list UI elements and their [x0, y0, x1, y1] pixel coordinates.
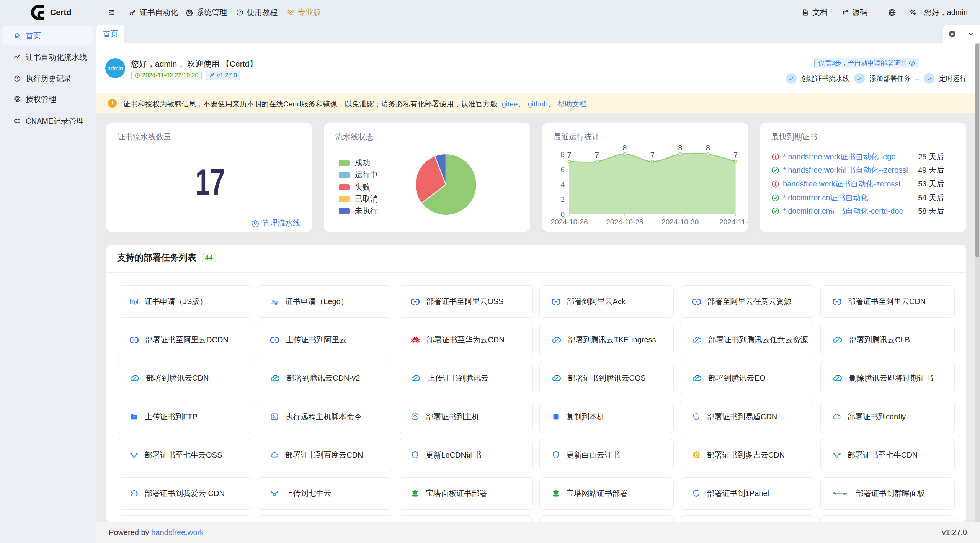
svg-text:2024-10-28: 2024-10-28 — [606, 218, 643, 226]
svg-text:8: 8 — [678, 144, 682, 152]
svg-text:8: 8 — [706, 144, 710, 152]
svg-text:4: 4 — [560, 180, 565, 188]
svg-text:2: 2 — [560, 195, 565, 203]
svg-text:0: 0 — [560, 210, 565, 218]
svg-text:2024-11-1: 2024-11-1 — [719, 218, 748, 226]
svg-text:7: 7 — [650, 151, 655, 159]
svg-text:7: 7 — [595, 151, 599, 159]
svg-text:6: 6 — [560, 165, 565, 173]
svg-text:8: 8 — [622, 144, 627, 152]
svg-text:2024-10-26: 2024-10-26 — [550, 218, 588, 226]
svg-text:2024-10-30: 2024-10-30 — [662, 218, 699, 226]
svg-text:8: 8 — [560, 150, 565, 159]
svg-text:7: 7 — [733, 151, 738, 159]
svg-text:7: 7 — [567, 151, 571, 159]
